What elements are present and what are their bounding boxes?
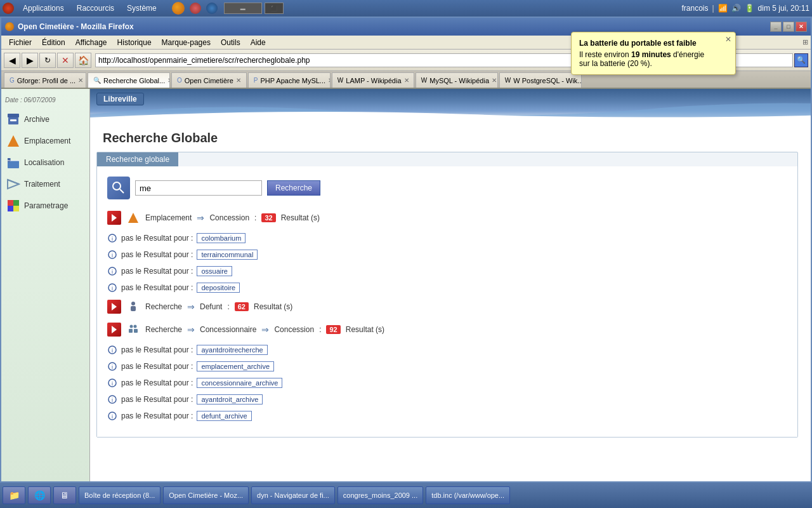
result-concessionnaire-label[interactable]: Concessionnaire [200, 325, 256, 334]
result-row-emplacement: Emplacement ⇒ Concession : 32 Resultat (… [107, 210, 787, 226]
no-result-ossuaire: i pas le Resultat pour : ossuaire [107, 265, 787, 277]
svg-line-15 [120, 189, 124, 193]
notification-close-btn[interactable]: ✕ [725, 35, 731, 44]
tab-recherche[interactable]: 🔍 Recherche Global... ✕ [88, 72, 170, 88]
menu-fichier[interactable]: Fichier [4, 37, 37, 48]
result-defunt-label[interactable]: Defunt [200, 302, 222, 311]
file-manager-btn[interactable]: 📁 [3, 486, 25, 504]
browser-window: Open Cimetière - Mozilla Firefox _ □ ✕ F… [0, 17, 812, 483]
result-colon-1: : [254, 213, 256, 222]
result-concession2-label[interactable]: Concession [274, 325, 314, 334]
taskbar-congres-btn[interactable]: congres_moins_2009 ... [337, 486, 423, 504]
taskbar-firefox-btn[interactable]: Open Cimetière - Moz... [163, 486, 249, 504]
result-emplacement-label[interactable]: Emplacement [145, 213, 192, 222]
tab-close-5[interactable]: ✕ [492, 77, 497, 84]
browser-sys-btn[interactable]: 🌐 [28, 486, 51, 504]
menu-historique[interactable]: Historique [112, 37, 157, 48]
taskbar-dyn-btn[interactable]: dyn - Navigateur de fi... [251, 486, 335, 504]
search-button[interactable]: Recherche [267, 180, 320, 196]
svg-marker-17 [128, 213, 138, 223]
menu-edition[interactable]: Édition [37, 37, 70, 48]
tab-close-0[interactable]: ✕ [78, 77, 83, 84]
back-btn[interactable]: ◀ [4, 53, 20, 68]
result-concession-label[interactable]: Concession [209, 213, 249, 222]
menu-outils[interactable]: Outils [216, 37, 246, 48]
window-controls[interactable]: _ □ ✕ [770, 22, 807, 32]
result-recherche2-label[interactable]: Recherche [145, 325, 182, 334]
no-result-prefix-3: pas le Resultat pour : [121, 267, 193, 276]
search-panel-body: Recherche [97, 166, 797, 437]
tab-gforge[interactable]: G Gforge: Profil de ... ✕ [4, 72, 86, 88]
forward-btn[interactable]: ▶ [22, 53, 38, 68]
close-btn[interactable]: ✕ [796, 22, 807, 32]
sidebar-item-traitement[interactable]: Traitement [1, 173, 89, 195]
no-result-prefix-1: pas le Resultat pour : [121, 234, 193, 243]
svg-marker-26 [112, 303, 117, 311]
arrow-icon-3b: ⇒ [261, 324, 269, 335]
tab-close-4[interactable]: ✕ [404, 77, 409, 84]
result-icon-3 [107, 323, 121, 337]
tab-php[interactable]: P PHP Apache MySL... ✕ [248, 72, 331, 88]
sidebar-date: Date : 06/07/2009 [1, 95, 89, 105]
battery-icon: 🔋 [745, 4, 754, 13]
raccourcis-menu[interactable]: Raccourcis [73, 3, 118, 14]
tab-mysql[interactable]: W MySQL - Wikipédia ✕ [416, 72, 498, 88]
search-panel: Recherche globale Recherche [96, 152, 798, 438]
sidebar-item-archive[interactable]: Archive [1, 109, 89, 130]
no-result-ayantdroit-archive: i pas le Resultat pour : ayantdroit_arch… [107, 394, 787, 405]
result-row-concessionnaire: Recherche ⇒ Concessionnaire ⇒ Concession… [107, 321, 787, 338]
maximize-btn[interactable]: □ [783, 22, 794, 32]
no-result-prefix-4: pas le Resultat pour : [121, 283, 193, 292]
search-go-btn[interactable]: 🔍 [794, 53, 808, 67]
sidebar-item-localisation[interactable]: Localisation [1, 152, 89, 173]
search-panel-tab[interactable]: Recherche globale [97, 152, 178, 166]
applications-menu[interactable]: Applications [19, 3, 68, 14]
svg-text:i: i [112, 347, 113, 354]
systeme-menu[interactable]: Système [123, 3, 160, 14]
tab-lamp[interactable]: W LAMP - Wikipédia ✕ [332, 72, 414, 88]
menu-marquepages[interactable]: Marque-pages [157, 37, 216, 48]
taskbar-tdb-btn[interactable]: tdb.inc (/var/www/ope... [426, 486, 510, 504]
no-result-ayantdroit: i pas le Resultat pour : ayantdroitreche… [107, 344, 787, 356]
result-colon-3: : [319, 325, 321, 334]
refresh-btn[interactable]: ↻ [39, 53, 56, 68]
tab-postgresql[interactable]: W W PostgreSQL - Wik... ✕ [499, 72, 582, 88]
no-result-badge-2: terraincommunal [197, 250, 258, 260]
stop-btn[interactable]: ✕ [57, 53, 74, 68]
result-row-defunt: Recherche ⇒ Defunt : 62 Resultat (s) [107, 298, 787, 315]
no-result-badge-3: ossuaire [197, 266, 232, 276]
tab-close-3[interactable]: ✕ [328, 77, 331, 84]
info-icon-8: i [107, 394, 117, 404]
result-recherche-label[interactable]: Recherche [145, 302, 182, 311]
terminal-btn[interactable]: 🖥 [53, 486, 76, 504]
svg-marker-29 [112, 326, 117, 333]
sidebar-item-parametrage[interactable]: Parametrage [1, 195, 89, 217]
play-icon-3 [109, 324, 119, 335]
concessionnaire-icon [126, 323, 140, 337]
emplacement-icon [6, 134, 20, 148]
no-result-prefix-9: pas le Resultat pour : [121, 411, 193, 420]
svg-rect-33 [134, 329, 138, 333]
play-icon-2 [109, 302, 119, 312]
main-page-content: Libreville Recherche Globale Recherche g… [90, 89, 811, 481]
tab-close-1[interactable]: ✕ [167, 77, 170, 84]
notification-popup: ✕ La batterie du portable est faible Il … [571, 32, 736, 75]
info-icon-9: i [107, 411, 117, 421]
sidebar-label-traitement: Traitement [24, 180, 60, 189]
svg-text:i: i [112, 236, 113, 242]
no-result-badge-6: emplacement_archive [197, 361, 274, 371]
home-btn[interactable]: 🏠 [75, 53, 91, 68]
menu-affichage[interactable]: Affichage [70, 37, 112, 48]
no-result-prefix-8: pas le Resultat pour : [121, 395, 193, 404]
sidebar-item-emplacement[interactable]: Emplacement [1, 130, 89, 152]
localisation-icon [6, 156, 20, 170]
taskbar-inbox-btn[interactable]: Boîte de réception (8... [79, 486, 160, 504]
tab-cimetiere[interactable]: O Open Cimetière ✕ [171, 72, 247, 88]
no-result-badge-8: ayantdroit_archive [197, 394, 263, 404]
menu-aide[interactable]: Aide [246, 37, 271, 48]
minimize-btn[interactable]: _ [770, 22, 782, 32]
parametrage-icon [6, 199, 20, 213]
tab-close-2[interactable]: ✕ [236, 77, 241, 84]
play-icon-1 [109, 213, 119, 223]
search-input[interactable] [135, 180, 262, 196]
